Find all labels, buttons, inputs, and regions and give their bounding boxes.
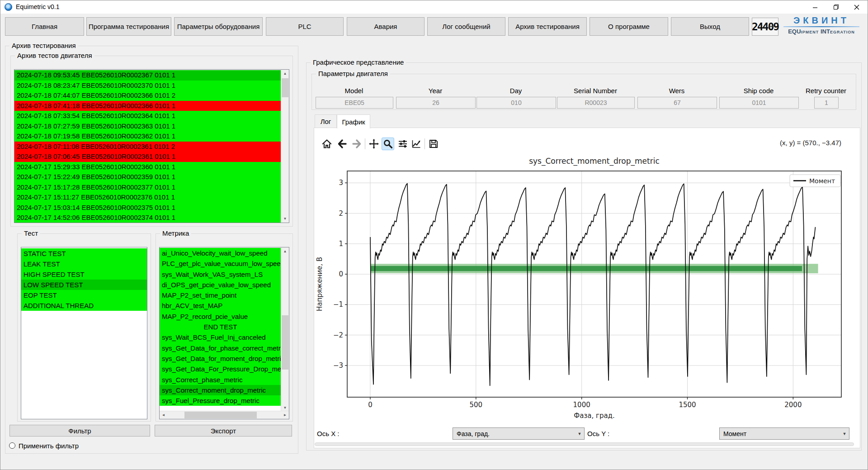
metric-item[interactable]: ai_Unico_Velocity_wait_low_speed (160, 248, 281, 258)
archive-row[interactable]: 2024-07-17 15:17:28 EBE0526010R0002377 0… (14, 182, 281, 193)
forward-button[interactable] (350, 138, 363, 150)
metric-item[interactable]: END TEST (160, 322, 281, 332)
archive-vscroll-thumb[interactable] (282, 78, 288, 97)
archive-row[interactable]: 2024-07-18 07:06:45 EBE0526010R0002361 0… (14, 152, 281, 162)
param-value-model[interactable]: EBE05 (316, 97, 393, 109)
nav-button-5[interactable]: Лог сообщений (427, 17, 505, 36)
home-button[interactable] (321, 138, 333, 150)
metric-item[interactable]: MAP_P2_record_pcie_value (160, 311, 281, 322)
test-item[interactable]: HIGH SPEED TEST (21, 269, 147, 280)
tick-label-x: 1000 (573, 401, 590, 409)
metric-item[interactable]: sys_Get_Data_for_phase_correct_metric (160, 343, 281, 353)
axis-x-select[interactable]: Фаза, град. ▼ (453, 427, 585, 440)
archive-listbox[interactable]: 2024-07-18 09:53:45 EBE0526010R0002367 0… (14, 69, 289, 223)
nav-button-7[interactable]: О программе (590, 17, 668, 36)
archive-vscrollbar[interactable]: ▲ ▼ (281, 70, 289, 223)
metric-item[interactable]: sys_Get_Data_For_Pressure_Drop_metric (160, 364, 281, 374)
apply-filter-label: Применить фильтр (19, 442, 79, 450)
metric-vscrollbar[interactable]: ▲ ▼ (281, 247, 289, 412)
nav-button-8[interactable]: Выход (671, 17, 749, 36)
metric-item[interactable]: sys_Fuel_Pressure_drop_metric (160, 395, 281, 406)
sliders-icon (397, 138, 408, 149)
scroll-down-icon[interactable]: ▼ (281, 215, 289, 223)
metric-vscroll-thumb[interactable] (282, 315, 288, 370)
pan-icon (368, 138, 379, 149)
restore-button[interactable] (826, 0, 846, 14)
archive-row[interactable]: 2024-07-18 09:53:45 EBE0526010R0002367 0… (14, 70, 281, 81)
metric-hscroll-thumb[interactable] (184, 412, 257, 418)
back-button[interactable] (336, 138, 349, 150)
param-value-wers[interactable]: 67 (637, 97, 717, 109)
metric-item[interactable]: sys_Correct_moment_drop_metric (160, 385, 281, 395)
engine-params-label: Параметры двигателя (316, 70, 390, 77)
archive-row[interactable]: 2024-07-18 07:44:07 EBE0526010R0002366 0… (14, 90, 281, 101)
test-listbox[interactable]: STATIC TESTLEAK TESTHIGH SPEED TESTLOW S… (21, 247, 147, 419)
scroll-up-icon[interactable]: ▲ (281, 70, 289, 77)
metric-item[interactable]: sys_Get_Data_for_moment_drop_metric (160, 353, 281, 364)
metric-item[interactable]: sys_Wait_BCS_Fuel_Inj_canceled (160, 332, 281, 342)
customize-button[interactable] (410, 138, 423, 150)
chevron-down-icon: ▼ (575, 432, 584, 436)
archive-row[interactable]: 2024-07-17 15:11:27 EBE0526010R0002376 0… (14, 192, 281, 203)
subplots-button[interactable] (396, 138, 409, 150)
archive-row[interactable]: 2024-07-17 15:29:33 EBE0526010R0002360 0… (14, 162, 281, 172)
test-item[interactable]: STATIC TEST (21, 248, 147, 259)
metric-item[interactable]: di_OPS_get_pcie_value_low_speed (160, 280, 281, 290)
metric-item[interactable]: sys_Correct_phase_metric (160, 375, 281, 385)
param-value-year[interactable]: 26 (396, 97, 476, 109)
test-item[interactable]: ADDITIONAL THREAD (21, 300, 147, 311)
nav-button-4[interactable]: Авария (347, 17, 425, 36)
save-button[interactable] (427, 138, 440, 150)
app-window: Equimetric v0.1 ГлавнаяПрограмма тестиро… (0, 0, 868, 470)
test-items: STATIC TESTLEAK TESTHIGH SPEED TESTLOW S… (21, 248, 147, 311)
toolbar-separator (425, 138, 425, 149)
export-button[interactable]: Экспорт (155, 425, 292, 437)
tick-label-x: 0 (368, 401, 373, 409)
param-value-retry-counter[interactable]: 1 (814, 97, 839, 109)
archive-row[interactable]: 2024-07-18 08:23:47 EBE0526010R0002370 0… (14, 81, 281, 91)
axis-x-label: Ось X : (317, 430, 340, 437)
nav-button-2[interactable]: Параметры оборудования (174, 17, 263, 36)
pan-button[interactable] (368, 138, 380, 150)
param-value-ship-code[interactable]: 0101 (719, 97, 799, 109)
tick-label-y: −3 (333, 361, 343, 370)
archive-row[interactable]: 2024-07-18 07:11:08 EBE0526010R0002361 0… (14, 142, 281, 152)
metric-item[interactable]: sys_Wait_Work_VAS_system_LS (160, 269, 281, 280)
param-value-serial-number[interactable]: R00023 (557, 97, 635, 109)
test-item[interactable]: LOW SPEED TEST (21, 280, 147, 290)
nav-button-1[interactable]: Программа тестирования (86, 17, 171, 36)
metric-item[interactable]: PLC_get_plc_value_vacuum_low_speed (160, 258, 281, 269)
axis-y-select[interactable]: Момент ▼ (719, 427, 849, 440)
scroll-right-icon[interactable]: ► (281, 411, 289, 419)
archive-row[interactable]: 2024-07-18 07:19:58 EBE0526010R0002362 0… (14, 131, 281, 142)
tab-grafik[interactable]: График (337, 114, 370, 128)
apply-filter-radio[interactable] (9, 442, 15, 449)
metric-hscrollbar[interactable]: ◄ ► (160, 411, 289, 419)
param-value-day[interactable]: 010 (476, 97, 556, 109)
tab-log[interactable]: Лог (315, 114, 337, 128)
nav-button-3[interactable]: PLC (266, 17, 344, 36)
nav-button-0[interactable]: Главная (5, 17, 84, 36)
test-item[interactable]: EOP TEST (21, 290, 147, 300)
filter-button[interactable]: Фильтр (9, 425, 150, 437)
metric-item[interactable]: MAP_P2_set_time_point (160, 290, 281, 300)
zoom-button[interactable] (382, 138, 394, 150)
test-item[interactable]: LEAK TEST (21, 259, 147, 269)
archive-row[interactable]: 2024-07-18 07:33:54 EBE0526010R0002364 0… (14, 111, 281, 121)
minimize-button[interactable] (805, 0, 826, 14)
archive-row[interactable]: 2024-07-18 07:27:59 EBE0526010R0002363 0… (14, 121, 281, 132)
archive-row[interactable]: 2024-07-18 07:41:18 EBE0526010R0002366 0… (14, 101, 281, 111)
scroll-left-icon[interactable]: ◄ (160, 411, 167, 419)
archive-row[interactable]: 2024-07-17 15:22:49 EBE0526010R0002359 0… (14, 172, 281, 182)
param-label-retry-counter: Retry counter (785, 87, 867, 95)
archive-row[interactable]: 2024-07-17 14:52:06 EBE0526010R0002374 0… (14, 213, 281, 223)
close-button[interactable] (846, 0, 867, 14)
brand-logo: ЭКВИНТ EQUIPMENT INTEGRATION (781, 15, 862, 36)
nav-button-6[interactable]: Архив тестирования (508, 17, 587, 36)
scroll-up-icon[interactable]: ▲ (281, 247, 289, 255)
metric-listbox[interactable]: ai_Unico_Velocity_wait_low_speedPLC_get_… (159, 247, 289, 419)
moment-chart[interactable]: 0500100015002000−3−2−10123sys_Correct_mo… (315, 152, 859, 428)
engine-tests-label: Архив тестов двигателя (15, 52, 94, 59)
archive-row[interactable]: 2024-07-17 15:03:14 EBE0526010R0002375 0… (14, 203, 281, 213)
metric-item[interactable]: hbr_ACV_test_MAP (160, 300, 281, 311)
